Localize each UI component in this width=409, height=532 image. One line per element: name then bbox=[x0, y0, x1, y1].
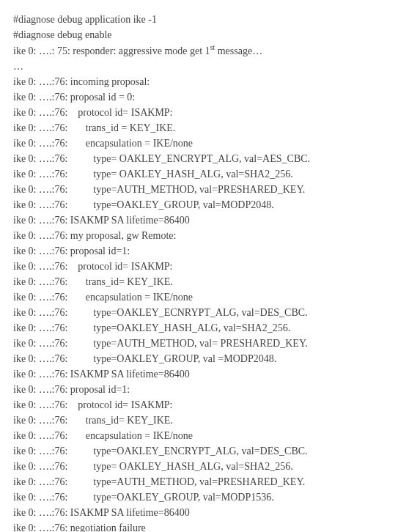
log-line: ike 0: ….: 75: responder: aggressive mod… bbox=[13, 43, 396, 59]
log-line: ike 0: ….:76: encapsulation = IKE/none bbox=[13, 136, 396, 151]
log-line: ike 0: ….:76: type=OAKLEY_ECNRYPT_ALG, v… bbox=[13, 305, 396, 320]
log-line: ike 0: ….:76: type=AUTH_METHOD, val= PRE… bbox=[13, 336, 396, 351]
log-line: ike 0: ….:76: incoming proposal: bbox=[13, 74, 396, 89]
log-line: ike 0: ….:76: protocol id= ISAKMP: bbox=[13, 397, 396, 413]
log-line: ike 0: ….:76: ISAKMP SA lifetime=86400 bbox=[13, 505, 396, 520]
log-line: ike 0: ….:76: type=OAKLEY_GROUP, val =MO… bbox=[13, 351, 396, 366]
log-line: ike 0: ….:76: ISAKMP SA lifetime=86400 bbox=[13, 366, 396, 382]
log-line: ike 0: ….:76: type=AUTH_METHOD, val=PRES… bbox=[13, 474, 396, 489]
log-line: ike 0: ….:76: encapsulation = IKE/none bbox=[13, 428, 396, 443]
log-line: ike 0: ….:76: type=OAKLEY_GROUP, val=MOD… bbox=[13, 489, 396, 505]
log-line: ike 0: ….:76: protocol id= ISAKMP: bbox=[13, 259, 396, 274]
log-line: ike 0: ….:76: trans_id= KEY_IKE. bbox=[13, 413, 396, 428]
log-line: ike 0: ….:76: proposal id=1: bbox=[13, 243, 396, 259]
log-line: ike 0: ….:76: encapsulation = IKE/none bbox=[13, 289, 396, 305]
log-line: ike 0: ….:76: type=OAKLEY_ENCRYPT_ALG, v… bbox=[13, 443, 396, 459]
log-line: ike 0: ….:76: negotiation failure bbox=[13, 520, 396, 532]
debug-log: #diagnose debug application ike -1#diagn… bbox=[13, 12, 396, 532]
log-line: ike 0: ….:76: my proposal, gw Remote: bbox=[13, 228, 396, 243]
log-line: ike 0: ….:76: trans_id= KEY_IKE. bbox=[13, 274, 396, 289]
log-line: ike 0: ….:76: type=AUTH_METHOD, val=PRES… bbox=[13, 182, 396, 197]
log-line: ike 0: ….:76: type= OAKLEY_ENCRYPT_ALG, … bbox=[13, 151, 396, 166]
log-line: ike 0: ….:76: type=OAKLEY_HASH_ALG, val=… bbox=[13, 320, 396, 336]
log-line: #diagnose debug application ike -1 bbox=[13, 12, 396, 27]
log-line: ike 0: ….:76: protocol id= ISAKMP: bbox=[13, 105, 396, 120]
log-line: ike 0: ….:76: proposal id = 0: bbox=[13, 89, 396, 105]
log-line: … bbox=[13, 59, 396, 74]
log-line: ike 0: ….:76: type= OAKLEY_HASH_ALG, val… bbox=[13, 166, 396, 182]
log-line: ike 0: ….:76: type= OAKLEY_HASH_ALG, val… bbox=[13, 459, 396, 474]
log-line: ike 0: ….:76: type=OAKLEY_GROUP, val=MOD… bbox=[13, 197, 396, 213]
log-line: ike 0: ….:76: ISAKMP SA lifetime=86400 bbox=[13, 213, 396, 228]
log-line: ike 0: ….:76: trans_id = KEY_IKE. bbox=[13, 120, 396, 136]
log-line: ike 0: ….:76: proposal id=1: bbox=[13, 382, 396, 397]
log-line: #diagnose debug enable bbox=[13, 27, 396, 43]
